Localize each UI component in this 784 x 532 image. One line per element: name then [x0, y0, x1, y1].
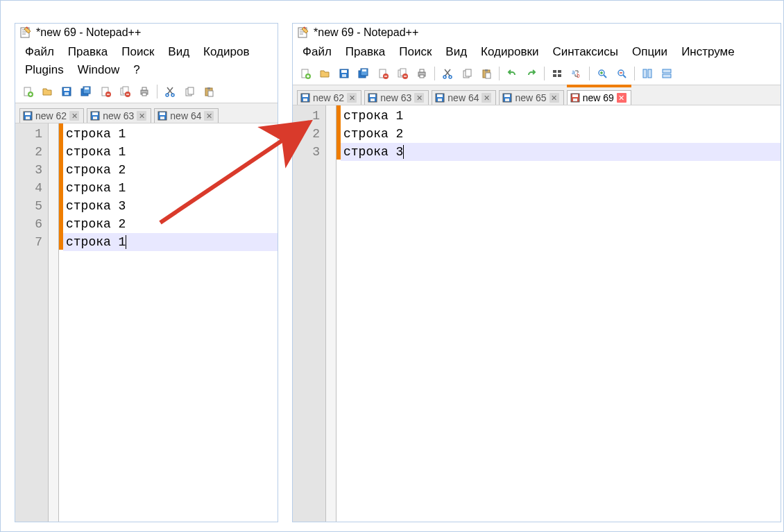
line-number-gutter: 1234567	[15, 123, 49, 522]
menu-вид[interactable]: Вид	[438, 43, 474, 61]
save-all-icon[interactable]	[355, 65, 372, 82]
svg-rect-83	[573, 98, 577, 101]
copy-icon[interactable]	[459, 65, 475, 82]
toolbar-separator	[544, 67, 545, 80]
toolbar-separator	[434, 67, 435, 80]
svg-rect-31	[160, 112, 165, 115]
tab-close-icon[interactable]: ✕	[204, 111, 214, 121]
code-line[interactable]: строка 1	[63, 179, 278, 197]
menu-кодиров[interactable]: Кодиров	[196, 43, 256, 61]
svg-rect-49	[420, 75, 424, 78]
open-file-icon[interactable]	[316, 65, 333, 82]
toolbar-separator	[589, 67, 590, 80]
svg-rect-56	[486, 73, 491, 78]
svg-rect-67	[663, 69, 671, 73]
sync-h-icon[interactable]	[658, 65, 675, 82]
code-line[interactable]: строка 1	[63, 125, 278, 143]
unsaved-disk-icon	[570, 93, 580, 103]
print-icon[interactable]	[414, 65, 430, 82]
tab-close-icon[interactable]: ✕	[482, 93, 491, 103]
svg-rect-65	[643, 69, 647, 78]
menu-поиск[interactable]: Поиск	[114, 43, 161, 61]
close-all-icon[interactable]	[394, 65, 411, 82]
svg-rect-70	[302, 94, 308, 97]
menu-файл[interactable]: Файл	[296, 43, 339, 61]
tab-new-63[interactable]: new 63✕	[364, 90, 429, 105]
menu-вид[interactable]: Вид	[161, 43, 196, 61]
toolbar	[15, 82, 278, 103]
tab-new-64[interactable]: new 64✕	[432, 90, 496, 105]
open-file-icon[interactable]	[39, 83, 56, 100]
tab-new-64[interactable]: new 64✕	[154, 108, 219, 123]
menu-window[interactable]: Window	[71, 61, 126, 79]
redo-icon[interactable]	[523, 65, 540, 82]
tab-close-icon[interactable]: ✕	[414, 93, 424, 103]
menu-правка[interactable]: Правка	[61, 43, 114, 61]
tab-label: new 63	[103, 110, 134, 121]
editor-area: 123 строка 1строка 2строка 3	[293, 105, 781, 522]
code-line[interactable]: строка 3	[341, 143, 781, 161]
svg-rect-76	[437, 94, 443, 97]
zoom-out-icon[interactable]	[613, 65, 630, 82]
line-number-gutter: 123	[293, 105, 326, 522]
line-number: 1	[293, 107, 325, 125]
new-file-icon[interactable]	[297, 65, 314, 82]
save-all-icon[interactable]	[78, 83, 94, 100]
code-line[interactable]: строка 1	[63, 233, 278, 251]
cut-icon[interactable]	[439, 65, 456, 82]
tab-new-69[interactable]: new 69✕	[567, 90, 631, 105]
copy-icon[interactable]	[181, 83, 198, 100]
tab-new-62[interactable]: new 62✕	[297, 90, 361, 105]
cut-icon[interactable]	[162, 83, 178, 100]
tab-new-63[interactable]: new 63✕	[87, 108, 151, 123]
close-all-icon[interactable]	[117, 83, 133, 100]
menu-plugins[interactable]: Plugins	[18, 61, 71, 79]
svg-rect-71	[303, 98, 307, 101]
menu-правка[interactable]: Правка	[339, 43, 392, 61]
menu-кодировки[interactable]: Кодировки	[474, 43, 545, 61]
tab-close-icon[interactable]: ✕	[347, 93, 357, 103]
code-line[interactable]: строка 1	[63, 143, 278, 161]
find-icon[interactable]	[549, 65, 565, 82]
text-area[interactable]: строка 1строка 2строка 3	[341, 105, 781, 522]
save-icon[interactable]	[336, 65, 352, 82]
close-icon[interactable]	[375, 65, 391, 82]
tab-close-icon[interactable]: ✕	[549, 93, 559, 103]
tab-close-icon[interactable]: ✕	[137, 111, 146, 121]
menu-поиск[interactable]: Поиск	[392, 43, 438, 61]
sync-v-icon[interactable]	[639, 65, 656, 82]
toolbar-separator	[634, 67, 635, 80]
close-icon[interactable]	[97, 83, 114, 100]
paste-icon[interactable]	[478, 65, 495, 82]
menu-инструме[interactable]: Инструме	[674, 43, 742, 61]
text-caret	[126, 235, 126, 249]
save-icon[interactable]	[58, 83, 75, 100]
new-file-icon[interactable]	[19, 83, 36, 100]
menu-файл[interactable]: Файл	[18, 43, 61, 61]
tab-label: new 62	[313, 92, 344, 103]
svg-rect-48	[420, 69, 424, 72]
code-line[interactable]: строка 2	[341, 125, 781, 143]
undo-icon[interactable]	[504, 65, 520, 82]
zoom-in-icon[interactable]	[594, 65, 611, 82]
comparison-canvas: *new 69 - Notepad++ ФайлПравкаПоискВидКо…	[0, 0, 784, 532]
menu-опции[interactable]: Опции	[625, 43, 674, 61]
tab-new-65[interactable]: new 65✕	[499, 90, 563, 105]
code-line[interactable]: строка 2	[63, 215, 278, 233]
saved-disk-icon	[368, 93, 377, 103]
tab-label: new 64	[448, 92, 479, 103]
toolbar: ab	[293, 64, 781, 85]
tab-close-icon[interactable]: ✕	[617, 93, 627, 103]
code-line[interactable]: строка 3	[63, 197, 278, 215]
tab-close-icon[interactable]: ✕	[69, 111, 79, 121]
svg-rect-4	[64, 88, 69, 91]
paste-icon[interactable]	[201, 83, 217, 100]
replace-icon[interactable]: ab	[568, 65, 585, 82]
tab-new-62[interactable]: new 62✕	[19, 108, 84, 123]
text-area[interactable]: строка 1строка 1строка 2строка 1строка 3…	[63, 123, 278, 522]
print-icon[interactable]	[136, 83, 153, 100]
menu-синтаксисы[interactable]: Синтаксисы	[545, 43, 625, 61]
code-line[interactable]: строка 2	[63, 161, 278, 179]
code-line[interactable]: строка 1	[341, 107, 781, 125]
menu-?[interactable]: ?	[126, 61, 146, 79]
